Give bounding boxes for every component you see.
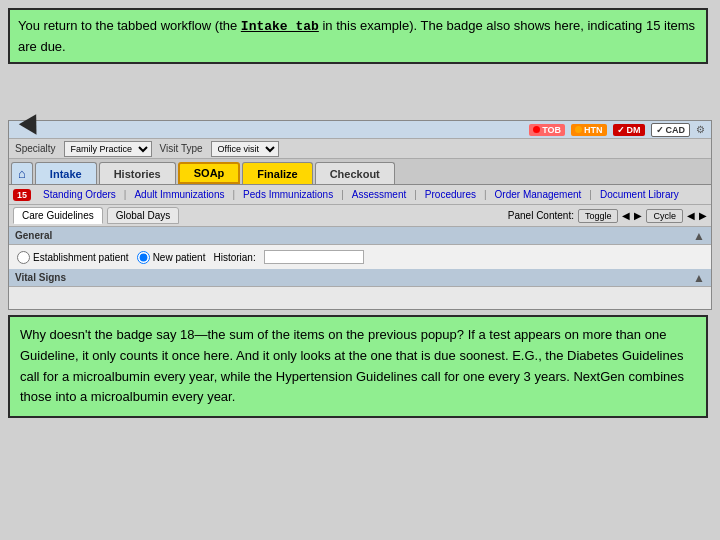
visit-type-select[interactable]: Office visit xyxy=(211,141,279,157)
general-title: General xyxy=(15,230,52,241)
toggle-button[interactable]: Toggle xyxy=(578,209,619,223)
tab-histories[interactable]: Histories xyxy=(99,162,176,184)
cycle-arrow-right[interactable]: ▶ xyxy=(699,210,707,221)
sub-nav-document-library[interactable]: Document Library xyxy=(594,187,685,202)
new-patient-radio[interactable]: New patient xyxy=(137,251,206,264)
historian-input[interactable] xyxy=(264,250,364,264)
sub-nav-adult-immunizations[interactable]: Adult Immunizations xyxy=(128,187,230,202)
ehr-ui-area: TOB HTN ✓ DM ✓ CAD ⚙ Specialty Family Pr… xyxy=(8,120,712,310)
cycle-arrow-left[interactable]: ◀ xyxy=(687,210,695,221)
htn-dot xyxy=(575,126,582,133)
intake-tab-reference: Intake tab xyxy=(241,19,319,34)
htn-badge: HTN xyxy=(571,124,607,136)
sub-nav-assessment[interactable]: Assessment xyxy=(346,187,412,202)
cycle-button[interactable]: Cycle xyxy=(646,209,683,223)
second-sub-nav-right: Panel Content: Toggle ◀ ▶ Cycle ◀ ▶ xyxy=(508,209,707,223)
tab-finalize[interactable]: Finalize xyxy=(242,162,312,184)
vital-signs-header: Vital Signs ▲ xyxy=(9,269,711,287)
vital-signs-title: Vital Signs xyxy=(15,272,66,283)
tab-checkout[interactable]: Checkout xyxy=(315,162,395,184)
bottom-callout: Why doesn't the badge say 18—the sum of … xyxy=(8,315,708,418)
dm-check: ✓ xyxy=(617,125,625,135)
settings-icon[interactable]: ⚙ xyxy=(696,124,705,135)
general-section-header: General ▲ xyxy=(9,227,711,245)
general-collapse-arrow[interactable]: ▲ xyxy=(693,229,705,243)
specialty-label: Specialty xyxy=(15,143,56,154)
due-badge: 15 xyxy=(13,189,31,201)
cad-badge: ✓ CAD xyxy=(651,123,691,137)
main-tabs: ⌂ Intake Histories SOAp Finalize Checkou… xyxy=(9,159,711,185)
establishment-patient-radio[interactable]: Establishment patient xyxy=(17,251,129,264)
vital-signs-collapse-arrow[interactable]: ▲ xyxy=(693,271,705,285)
visit-type-label: Visit Type xyxy=(160,143,203,154)
home-icon: ⌂ xyxy=(18,166,26,181)
specialty-row: Specialty Family Practice Visit Type Off… xyxy=(9,139,711,159)
sub-nav-procedures[interactable]: Procedures xyxy=(419,187,482,202)
top-callout-text-before: You return to the tabbed workflow (the xyxy=(18,18,241,33)
sub-nav-order-management[interactable]: Order Management xyxy=(489,187,588,202)
tob-badge: TOB xyxy=(529,124,565,136)
tab-intake[interactable]: Intake xyxy=(35,162,97,184)
historian-label: Historian: xyxy=(213,252,255,263)
bottom-callout-text: Why doesn't the badge say 18—the sum of … xyxy=(20,327,684,404)
tab-soap[interactable]: SOAp xyxy=(178,162,241,184)
top-callout: You return to the tabbed workflow (the I… xyxy=(8,8,708,64)
toggle-arrow-right[interactable]: ▶ xyxy=(634,210,642,221)
dm-badge: ✓ DM xyxy=(613,124,645,136)
status-bar: TOB HTN ✓ DM ✓ CAD ⚙ xyxy=(9,121,711,139)
tab-care-guidelines[interactable]: Care Guidelines xyxy=(13,207,103,224)
tab-global-days[interactable]: Global Days xyxy=(107,207,179,224)
sub-nav: 15 Standing Orders | Adult Immunizations… xyxy=(9,185,711,205)
tob-dot xyxy=(533,126,540,133)
sub-nav-peds-immunizations[interactable]: Peds Immunizations xyxy=(237,187,339,202)
specialty-select[interactable]: Family Practice xyxy=(64,141,152,157)
cad-check: ✓ xyxy=(656,125,664,135)
panel-content-label: Panel Content: xyxy=(508,210,574,221)
sub-nav-standing-orders[interactable]: Standing Orders xyxy=(37,187,122,202)
general-section-content: Establishment patient New patient Histor… xyxy=(9,245,711,269)
second-sub-nav: Care Guidelines Global Days Panel Conten… xyxy=(9,205,711,227)
tab-home[interactable]: ⌂ xyxy=(11,162,33,184)
toggle-arrow-left[interactable]: ◀ xyxy=(622,210,630,221)
